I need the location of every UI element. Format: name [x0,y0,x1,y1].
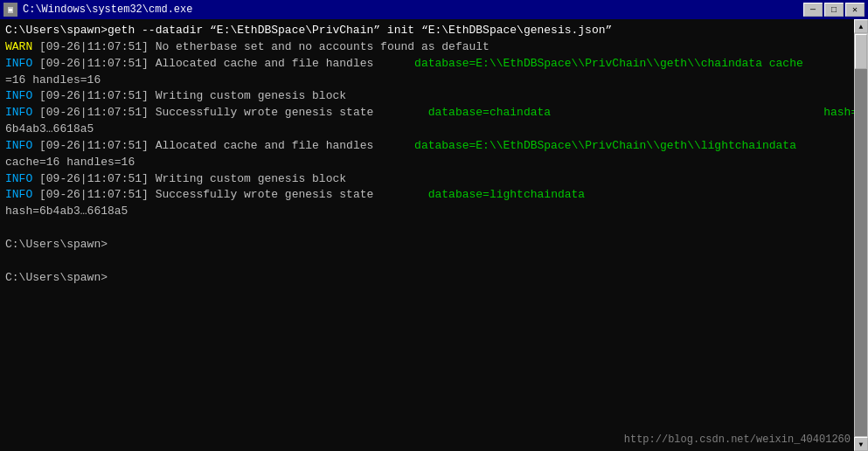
terminal-prompt: C:\Users\spawn> [5,270,863,287]
scrollbar[interactable]: ▲ ▼ [854,19,868,451]
terminal-line [5,253,863,270]
terminal-line: cache=16 handles=16 [5,155,863,171]
terminal-line [5,220,863,237]
terminal-line: C:\Users\spawn>geth --datadir “E:\EthDBS… [5,23,863,39]
terminal-prompt: C:\Users\spawn> [5,237,863,253]
terminal-line: =16 handles=16 [5,73,863,89]
scrollbar-thumb[interactable] [855,34,867,69]
close-button[interactable]: ✕ [845,3,865,17]
terminal-line: 6b4ab3…6618a5 [5,121,863,138]
scroll-up-arrow[interactable]: ▲ [854,19,868,33]
terminal-window: C:\Users\spawn>geth --datadir “E:\EthDBS… [0,19,868,451]
maximize-button[interactable]: □ [824,3,844,17]
terminal-line: INFO [09-26|11:07:51] Writing custom gen… [5,171,863,188]
terminal-line: WARN [09-26|11:07:51] No etherbase set a… [5,39,863,56]
terminal-line: INFO [09-26|11:07:51] Allocated cache an… [5,138,863,155]
scrollbar-track[interactable] [855,34,867,436]
warn-label: WARN [5,40,32,53]
info-label: INFO [5,172,32,185]
window-controls[interactable]: ─ □ ✕ [803,3,865,17]
terminal-line: INFO [09-26|11:07:51] Allocated cache an… [5,56,863,73]
scroll-down-arrow[interactable]: ▼ [854,437,868,451]
cmd-icon: ▣ [3,3,17,17]
info-label: INFO [5,57,32,70]
window-title: C:\Windows\system32\cmd.exe [23,3,192,16]
terminal-line: INFO [09-26|11:07:51] Writing custom gen… [5,88,863,105]
terminal-line: INFO [09-26|11:07:51] Successfully wrote… [5,187,863,204]
title-bar: ▣ C:\Windows\system32\cmd.exe ─ □ ✕ [0,0,868,19]
info-label: INFO [5,106,32,119]
title-bar-left: ▣ C:\Windows\system32\cmd.exe [3,3,192,17]
terminal-line: INFO [09-26|11:07:51] Successfully wrote… [5,105,863,121]
info-label: INFO [5,89,32,102]
info-label: INFO [5,139,32,152]
info-label: INFO [5,188,32,201]
terminal-line: hash=6b4ab3…6618a5 [5,204,863,220]
minimize-button[interactable]: ─ [803,3,823,17]
watermark: http://blog.csdn.net/weixin_40401260 [624,434,851,446]
